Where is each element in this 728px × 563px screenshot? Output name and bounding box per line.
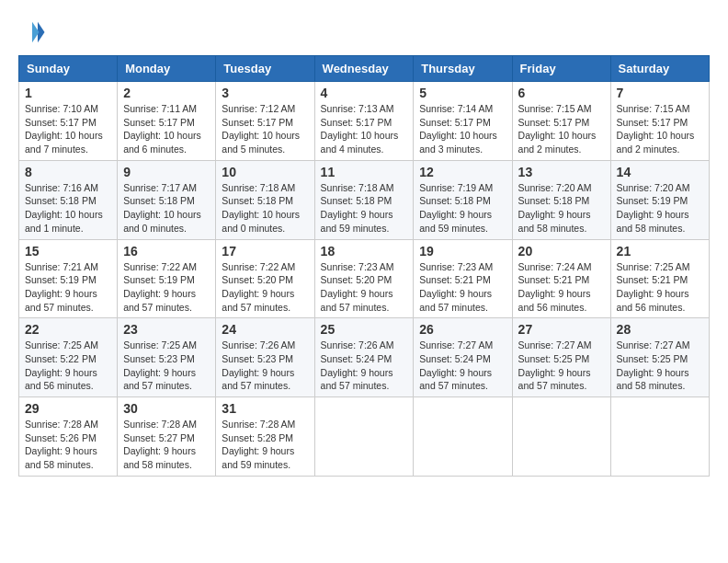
calendar-cell: 6 Sunrise: 7:15 AM Sunset: 5:17 PM Dayli… — [512, 82, 610, 161]
calendar-cell: 29 Sunrise: 7:28 AM Sunset: 5:26 PM Dayl… — [19, 397, 118, 477]
day-number: 12 — [419, 165, 506, 179]
calendar-cell: 27 Sunrise: 7:27 AM Sunset: 5:25 PM Dayl… — [512, 318, 610, 397]
day-number: 3 — [222, 86, 308, 100]
day-info: Sunrise: 7:26 AM Sunset: 5:24 PM Dayligh… — [321, 339, 408, 393]
calendar-cell: 13 Sunrise: 7:20 AM Sunset: 5:18 PM Dayl… — [512, 160, 610, 239]
day-number: 16 — [123, 244, 210, 259]
day-number: 23 — [123, 322, 210, 337]
calendar-cell: 7 Sunrise: 7:15 AM Sunset: 5:17 PM Dayli… — [610, 82, 709, 161]
calendar-cell — [610, 397, 709, 477]
day-info: Sunrise: 7:25 AM Sunset: 5:22 PM Dayligh… — [25, 339, 111, 393]
day-number: 6 — [518, 86, 605, 100]
calendar-cell: 9 Sunrise: 7:17 AM Sunset: 5:18 PM Dayli… — [118, 160, 216, 239]
day-info: Sunrise: 7:23 AM Sunset: 5:20 PM Dayligh… — [321, 260, 408, 315]
day-info: Sunrise: 7:26 AM Sunset: 5:23 PM Dayligh… — [222, 339, 308, 393]
day-info: Sunrise: 7:28 AM Sunset: 5:26 PM Dayligh… — [25, 418, 111, 472]
day-number: 13 — [518, 165, 605, 179]
day-number: 1 — [25, 86, 111, 100]
day-info: Sunrise: 7:14 AM Sunset: 5:17 PM Dayligh… — [419, 102, 506, 156]
day-info: Sunrise: 7:17 AM Sunset: 5:18 PM Dayligh… — [123, 181, 210, 236]
day-number: 18 — [321, 244, 408, 259]
logo-icon — [18, 18, 46, 46]
day-number: 17 — [222, 244, 308, 259]
day-info: Sunrise: 7:24 AM Sunset: 5:21 PM Dayligh… — [518, 260, 605, 315]
calendar-cell: 17 Sunrise: 7:22 AM Sunset: 5:20 PM Dayl… — [216, 239, 314, 318]
day-info: Sunrise: 7:23 AM Sunset: 5:21 PM Dayligh… — [419, 260, 506, 315]
day-number: 7 — [617, 86, 703, 100]
calendar-cell: 10 Sunrise: 7:18 AM Sunset: 5:18 PM Dayl… — [216, 160, 314, 239]
calendar-cell — [512, 397, 610, 477]
day-info: Sunrise: 7:15 AM Sunset: 5:17 PM Dayligh… — [617, 102, 703, 156]
day-info: Sunrise: 7:27 AM Sunset: 5:25 PM Dayligh… — [617, 339, 703, 393]
day-info: Sunrise: 7:10 AM Sunset: 5:17 PM Dayligh… — [25, 102, 111, 156]
day-info: Sunrise: 7:20 AM Sunset: 5:18 PM Dayligh… — [518, 181, 605, 236]
day-header-friday: Friday — [512, 56, 610, 82]
logo — [18, 18, 50, 46]
calendar-cell: 2 Sunrise: 7:11 AM Sunset: 5:17 PM Dayli… — [118, 82, 216, 161]
calendar-cell: 18 Sunrise: 7:23 AM Sunset: 5:20 PM Dayl… — [314, 239, 414, 318]
day-number: 11 — [321, 165, 408, 179]
day-info: Sunrise: 7:25 AM Sunset: 5:21 PM Dayligh… — [617, 260, 703, 315]
day-info: Sunrise: 7:12 AM Sunset: 5:17 PM Dayligh… — [222, 102, 308, 156]
calendar-cell: 4 Sunrise: 7:13 AM Sunset: 5:17 PM Dayli… — [314, 82, 414, 161]
day-number: 22 — [25, 322, 111, 337]
calendar-cell: 11 Sunrise: 7:18 AM Sunset: 5:18 PM Dayl… — [314, 160, 414, 239]
day-info: Sunrise: 7:22 AM Sunset: 5:19 PM Dayligh… — [123, 260, 210, 315]
day-info: Sunrise: 7:27 AM Sunset: 5:25 PM Dayligh… — [518, 339, 605, 393]
day-number: 19 — [419, 244, 506, 259]
day-number: 31 — [222, 401, 308, 416]
calendar-cell — [414, 397, 512, 477]
day-number: 26 — [419, 322, 506, 337]
calendar-cell: 8 Sunrise: 7:16 AM Sunset: 5:18 PM Dayli… — [19, 160, 118, 239]
day-header-sunday: Sunday — [19, 56, 118, 82]
calendar-cell: 15 Sunrise: 7:21 AM Sunset: 5:19 PM Dayl… — [19, 239, 118, 318]
day-info: Sunrise: 7:21 AM Sunset: 5:19 PM Dayligh… — [25, 260, 111, 315]
calendar-cell — [314, 397, 414, 477]
day-header-wednesday: Wednesday — [314, 56, 414, 82]
calendar-cell: 14 Sunrise: 7:20 AM Sunset: 5:19 PM Dayl… — [610, 160, 709, 239]
calendar-cell: 22 Sunrise: 7:25 AM Sunset: 5:22 PM Dayl… — [19, 318, 118, 397]
calendar-cell: 5 Sunrise: 7:14 AM Sunset: 5:17 PM Dayli… — [414, 82, 512, 161]
calendar-cell: 1 Sunrise: 7:10 AM Sunset: 5:17 PM Dayli… — [19, 82, 118, 161]
day-number: 24 — [222, 322, 308, 337]
day-header-monday: Monday — [118, 56, 216, 82]
day-number: 28 — [617, 322, 703, 337]
calendar-cell: 28 Sunrise: 7:27 AM Sunset: 5:25 PM Dayl… — [610, 318, 709, 397]
day-number: 29 — [25, 401, 111, 416]
day-number: 5 — [419, 86, 506, 100]
day-number: 21 — [617, 244, 703, 259]
day-number: 25 — [321, 322, 408, 337]
day-number: 20 — [518, 244, 605, 259]
day-header-tuesday: Tuesday — [216, 56, 314, 82]
calendar-cell: 21 Sunrise: 7:25 AM Sunset: 5:21 PM Dayl… — [610, 239, 709, 318]
calendar-cell: 30 Sunrise: 7:28 AM Sunset: 5:27 PM Dayl… — [118, 397, 216, 477]
day-info: Sunrise: 7:11 AM Sunset: 5:17 PM Dayligh… — [123, 102, 210, 156]
calendar: SundayMondayTuesdayWednesdayThursdayFrid… — [18, 55, 710, 477]
day-info: Sunrise: 7:20 AM Sunset: 5:19 PM Dayligh… — [617, 181, 703, 236]
day-info: Sunrise: 7:19 AM Sunset: 5:18 PM Dayligh… — [419, 181, 506, 236]
day-info: Sunrise: 7:15 AM Sunset: 5:17 PM Dayligh… — [518, 102, 605, 156]
calendar-cell: 12 Sunrise: 7:19 AM Sunset: 5:18 PM Dayl… — [414, 160, 512, 239]
day-info: Sunrise: 7:18 AM Sunset: 5:18 PM Dayligh… — [222, 181, 308, 236]
day-info: Sunrise: 7:28 AM Sunset: 5:27 PM Dayligh… — [123, 418, 210, 472]
day-number: 27 — [518, 322, 605, 337]
day-header-saturday: Saturday — [610, 56, 709, 82]
day-number: 14 — [617, 165, 703, 179]
calendar-cell: 26 Sunrise: 7:27 AM Sunset: 5:24 PM Dayl… — [414, 318, 512, 397]
day-info: Sunrise: 7:22 AM Sunset: 5:20 PM Dayligh… — [222, 260, 308, 315]
calendar-cell: 24 Sunrise: 7:26 AM Sunset: 5:23 PM Dayl… — [216, 318, 314, 397]
calendar-cell: 19 Sunrise: 7:23 AM Sunset: 5:21 PM Dayl… — [414, 239, 512, 318]
day-number: 15 — [25, 244, 111, 259]
day-info: Sunrise: 7:16 AM Sunset: 5:18 PM Dayligh… — [25, 181, 111, 236]
day-number: 4 — [321, 86, 408, 100]
day-number: 30 — [123, 401, 210, 416]
day-number: 10 — [222, 165, 308, 179]
calendar-cell: 16 Sunrise: 7:22 AM Sunset: 5:19 PM Dayl… — [118, 239, 216, 318]
calendar-cell: 3 Sunrise: 7:12 AM Sunset: 5:17 PM Dayli… — [216, 82, 314, 161]
day-info: Sunrise: 7:27 AM Sunset: 5:24 PM Dayligh… — [419, 339, 506, 393]
day-info: Sunrise: 7:28 AM Sunset: 5:28 PM Dayligh… — [222, 418, 308, 472]
day-number: 8 — [25, 165, 111, 179]
day-header-thursday: Thursday — [414, 56, 512, 82]
day-info: Sunrise: 7:13 AM Sunset: 5:17 PM Dayligh… — [321, 102, 408, 156]
calendar-cell: 20 Sunrise: 7:24 AM Sunset: 5:21 PM Dayl… — [512, 239, 610, 318]
